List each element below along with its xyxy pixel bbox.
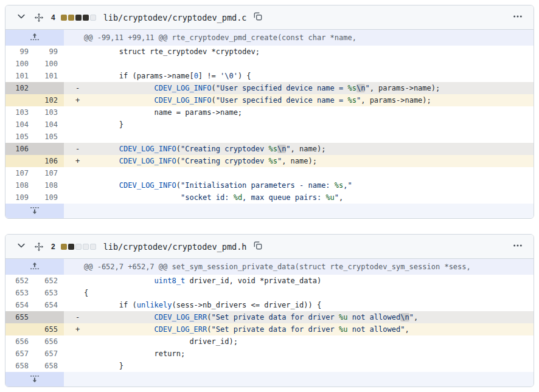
diff-marker — [64, 348, 84, 360]
collapse-file-button[interactable] — [15, 239, 27, 253]
code-token: , params->name); — [370, 84, 440, 92]
new-line-number[interactable]: 107 — [35, 167, 64, 179]
new-line-number[interactable]: 656 — [35, 335, 64, 348]
diff-marker — [64, 335, 84, 348]
new-line-number[interactable]: 654 — [35, 299, 64, 311]
old-line-number[interactable]: 104 — [5, 119, 35, 131]
diffstat-squares — [61, 244, 96, 250]
new-line-number[interactable] — [35, 82, 64, 94]
fold-down-icon — [30, 374, 40, 385]
code-token: struct rte_cryptodev *cryptodev; — [84, 47, 260, 56]
diff-line-addition: 106+ CDEV_LOG_INFO("Creating cryptodev %… — [5, 155, 534, 167]
code-line: CDEV_LOG_INFO("User specified device nam… — [84, 82, 440, 94]
diff-marker: - — [64, 82, 84, 94]
new-line-number[interactable] — [35, 143, 64, 155]
new-line-number[interactable]: 658 — [35, 360, 64, 372]
code-token: ) { — [238, 72, 251, 80]
code-cell: { — [64, 287, 534, 299]
new-line-number[interactable]: 103 — [35, 106, 64, 119]
old-line-number[interactable] — [5, 94, 35, 106]
code-token: "Initialisation parameters - name: — [181, 181, 335, 190]
diff-line-context: 652652 uint8_t driver_id, void *private_… — [5, 275, 534, 287]
new-line-number[interactable]: 109 — [35, 191, 64, 204]
new-line-number[interactable]: 652 — [35, 275, 64, 287]
old-line-number[interactable]: 106 — [5, 143, 35, 155]
code-cell: driver_id); — [64, 335, 534, 348]
new-line-number[interactable]: 102 — [35, 94, 64, 106]
diff-view: 4 lib/cryptodev/cryptodev_pmd.c — [0, 0, 539, 387]
code-cell: + CDEV_LOG_ERR("Set private data for dri… — [64, 323, 534, 335]
code-line: CDEV_LOG_INFO("User specified device nam… — [84, 94, 431, 106]
old-line-number[interactable]: 100 — [5, 58, 35, 70]
copy-path-button[interactable] — [252, 10, 264, 24]
old-line-number[interactable]: 108 — [5, 179, 35, 191]
old-line-number[interactable]: 652 — [5, 275, 35, 287]
code-token: CDEV_LOG_INFO — [155, 96, 212, 105]
code-token: "Creating cryptodev — [181, 157, 269, 165]
diff-line-context: 100100 — [5, 58, 534, 70]
code-token: CDEV_LOG_ERR — [155, 325, 207, 334]
diff-marker — [64, 275, 84, 287]
new-line-number[interactable]: 106 — [35, 155, 64, 167]
diff-line-context: 657657 return; — [5, 348, 534, 360]
code-line: CDEV_LOG_ERR("Set private data for drive… — [84, 323, 409, 335]
code-token — [84, 325, 155, 334]
expand-up-button[interactable] — [5, 259, 64, 275]
new-line-number[interactable]: 99 — [35, 46, 64, 58]
diff-line-context: 109109 "socket id: %d, max queue pairs: … — [5, 191, 534, 204]
code-cell: name = params->name; — [64, 106, 534, 119]
old-line-number[interactable]: 105 — [5, 131, 35, 143]
new-line-number[interactable]: 655 — [35, 323, 64, 335]
new-line-number[interactable]: 104 — [35, 119, 64, 131]
old-line-number[interactable] — [5, 323, 35, 335]
new-line-number[interactable]: 108 — [35, 179, 64, 191]
move-icon[interactable] — [33, 12, 45, 24]
old-line-number[interactable]: 102 — [5, 82, 35, 94]
old-line-number[interactable]: 658 — [5, 360, 35, 372]
old-line-number[interactable]: 653 — [5, 287, 35, 299]
move-icon[interactable] — [33, 241, 45, 253]
code-line: "socket id: %d, max queue pairs: %u", — [84, 191, 343, 204]
old-line-number[interactable]: 654 — [5, 299, 35, 311]
new-line-number[interactable]: 100 — [35, 58, 64, 70]
code-line: CDEV_LOG_INFO("Initialisation parameters… — [84, 179, 352, 191]
file-options-button[interactable] — [512, 10, 524, 24]
old-line-number[interactable]: 107 — [5, 167, 35, 179]
diff-line-context: 654654 if (unlikely(sess->nb_drivers <= … — [5, 299, 534, 311]
new-line-number[interactable] — [35, 311, 64, 323]
old-line-number[interactable] — [5, 155, 35, 167]
diff-marker — [64, 46, 84, 58]
old-line-number[interactable]: 109 — [5, 191, 35, 204]
new-line-number[interactable]: 653 — [35, 287, 64, 299]
expand-down-button[interactable] — [5, 372, 64, 387]
diff-line-context: 656656 driver_id); — [5, 335, 534, 348]
old-line-number[interactable]: 655 — [5, 311, 35, 323]
new-line-number[interactable]: 105 — [35, 131, 64, 143]
old-line-number[interactable]: 99 — [5, 46, 35, 58]
code-token: ( — [176, 157, 181, 165]
copy-path-button[interactable] — [252, 239, 264, 253]
code-token: %s — [348, 96, 356, 105]
expand-down-button[interactable] — [5, 204, 64, 218]
fold-up-icon — [30, 261, 40, 273]
file-options-button[interactable] — [512, 239, 524, 253]
old-line-number[interactable]: 103 — [5, 106, 35, 119]
collapse-file-button[interactable] — [15, 10, 27, 24]
new-line-number[interactable]: 657 — [35, 348, 64, 360]
diff-marker: + — [64, 155, 84, 167]
diffstat-square-del — [83, 15, 89, 21]
expand-up-button[interactable] — [5, 30, 64, 46]
code-token: %u — [339, 313, 347, 322]
old-line-number[interactable]: 656 — [5, 335, 35, 348]
diff-marker: + — [64, 323, 84, 335]
diff-body: @@ -99,11 +99,11 @@ rte_cryptodev_pmd_cr… — [5, 30, 534, 218]
code-token: ( — [207, 325, 211, 334]
code-token: "User specified device name = — [216, 84, 348, 92]
code-token: "Set private data for driver — [212, 313, 339, 322]
old-line-number[interactable]: 657 — [5, 348, 35, 360]
code-token: if (params->name[ — [84, 72, 194, 80]
expander-row-fill — [64, 372, 534, 387]
old-line-number[interactable]: 101 — [5, 70, 35, 82]
new-line-number[interactable]: 101 — [35, 70, 64, 82]
fold-down-icon — [30, 205, 40, 217]
